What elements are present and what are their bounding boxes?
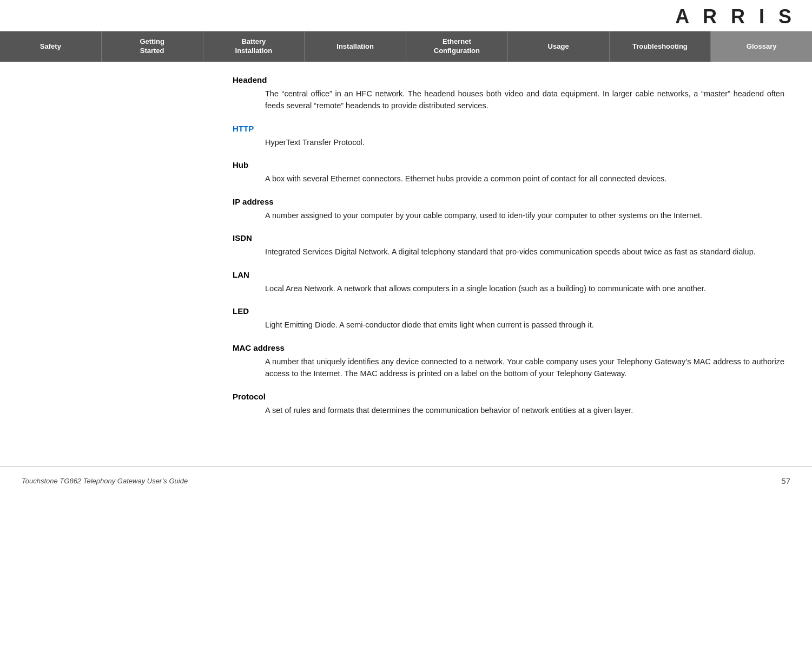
glossary-definition-mac-address: A number that uniquely identifies any de… — [233, 356, 784, 380]
glossary-entry-mac-address: MAC addressA number that uniquely identi… — [233, 343, 784, 380]
glossary-entry-isdn: ISDNIntegrated Services Digital Network.… — [233, 233, 784, 258]
glossary-definition-ip-address: A number assigned to your computer by yo… — [233, 209, 784, 221]
glossary-definition-headend: The “central office” in an HFC network. … — [233, 88, 784, 112]
glossary-term-led: LED — [233, 306, 784, 316]
footer-page-number: 57 — [781, 476, 790, 486]
glossary-term-hub: Hub — [233, 160, 784, 169]
glossary-term-ip-address: IP address — [233, 197, 784, 206]
nav-item-usage[interactable]: Usage — [508, 31, 610, 62]
glossary-entry-http: HTTPHyperText Transfer Protocol. — [233, 124, 784, 148]
glossary-term-isdn: ISDN — [233, 233, 784, 242]
footer: Touchstone TG862 Telephony Gateway User’… — [0, 466, 812, 495]
nav-item-getting-started[interactable]: GettingStarted — [102, 31, 203, 62]
glossary-term-lan: LAN — [233, 270, 784, 279]
glossary-entry-ip-address: IP addressA number assigned to your comp… — [233, 197, 784, 221]
nav-item-battery-installation[interactable]: BatteryInstallation — [203, 31, 305, 62]
nav-item-safety[interactable]: Safety — [0, 31, 102, 62]
glossary-definition-isdn: Integrated Services Digital Network. A d… — [233, 246, 784, 258]
glossary-entry-led: LEDLight Emitting Diode. A semi-conducto… — [233, 306, 784, 331]
nav-item-installation[interactable]: Installation — [305, 31, 406, 62]
glossary-entry-hub: HubA box with several Ethernet connector… — [233, 160, 784, 185]
glossary-definition-lan: Local Area Network. A network that allow… — [233, 283, 784, 294]
glossary-term-protocol: Protocol — [233, 392, 784, 401]
glossary-term-headend: Headend — [233, 75, 784, 84]
logo-bar: A R R I S — [0, 0, 812, 31]
nav-item-glossary[interactable]: Glossary — [711, 31, 812, 62]
glossary-entry-headend: HeadendThe “central office” in an HFC ne… — [233, 75, 784, 112]
glossary-entry-protocol: ProtocolA set of rules and formats that … — [233, 392, 784, 416]
content-wrapper: HeadendThe “central office” in an HFC ne… — [0, 62, 812, 450]
glossary-definition-led: Light Emitting Diode. A semi-conductor d… — [233, 319, 784, 331]
main-content: HeadendThe “central office” in an HFC ne… — [211, 62, 806, 450]
nav-item-ethernet-configuration[interactable]: EthernetConfiguration — [406, 31, 508, 62]
nav-item-troubleshooting[interactable]: Troubleshooting — [610, 31, 711, 62]
sidebar — [0, 62, 211, 450]
glossary-definition-protocol: A set of rules and formats that determin… — [233, 404, 784, 416]
arris-logo: A R R I S — [675, 5, 796, 28]
glossary-definition-hub: A box with several Ethernet connectors. … — [233, 173, 784, 185]
footer-title: Touchstone TG862 Telephony Gateway User’… — [22, 477, 188, 485]
glossary-definition-http: HyperText Transfer Protocol. — [233, 136, 784, 148]
glossary-entry-lan: LANLocal Area Network. A network that al… — [233, 270, 784, 294]
glossary-term-mac-address: MAC address — [233, 343, 784, 352]
navigation-bar: SafetyGettingStartedBatteryInstallationI… — [0, 31, 812, 62]
glossary-term-http: HTTP — [233, 124, 784, 133]
